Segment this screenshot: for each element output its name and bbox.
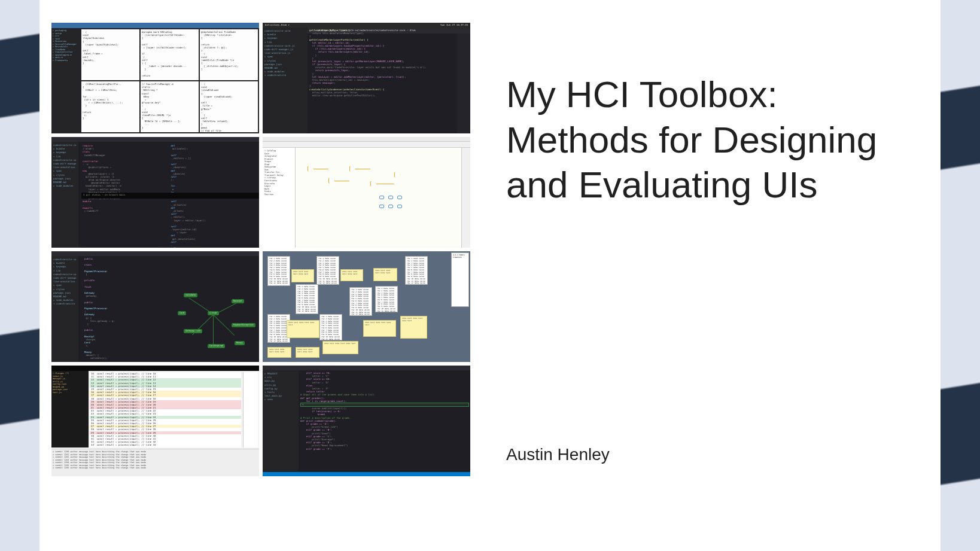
slide-title: My HCI Toolbox: Methods for Designing an…	[506, 72, 905, 208]
thumbnail-diff-tool: ▾ Changes (7) index.js manager.js utils.…	[51, 366, 259, 476]
slide: ▸ packaging▸ setup▸ src▸ test▾ Resources…	[39, 0, 941, 551]
slide-title-rest: Methods for Designing and Evaluating UIs	[506, 119, 877, 206]
thumbnail-atom-editor: Activities Atom ▾Sun Jun 27 16:37:49 pac…	[263, 23, 470, 133]
thumbnail-code-graph: codechronicle-core▸ bundle▸ keymaps▾ lib…	[51, 251, 259, 362]
slide-title-bold: My HCI Toolbox:	[506, 74, 778, 115]
thumbnail-split-editor: codechronicle-core▸ bundle▸ keymaps▾ lib…	[51, 137, 259, 248]
thumbnail-ide-multipane: ▸ packaging▸ setup▸ src▸ test▾ Resources…	[51, 23, 259, 133]
thumbnail-vscode-python: ▸ PROJECT▾ src main.py utils.py config.p…	[263, 366, 470, 476]
thumbnail-sticky-canvas: row 1 data valuerow 2 data valuerow 3 da…	[263, 251, 470, 362]
slide-author: Austin Henley	[506, 445, 905, 464]
thumbnail-grid: ▸ packaging▸ setup▸ src▸ test▾ Resources…	[39, 0, 470, 551]
thumbnail-diagram-tool: ▾ Catalog Gain Integrator Product Scope …	[263, 137, 470, 248]
